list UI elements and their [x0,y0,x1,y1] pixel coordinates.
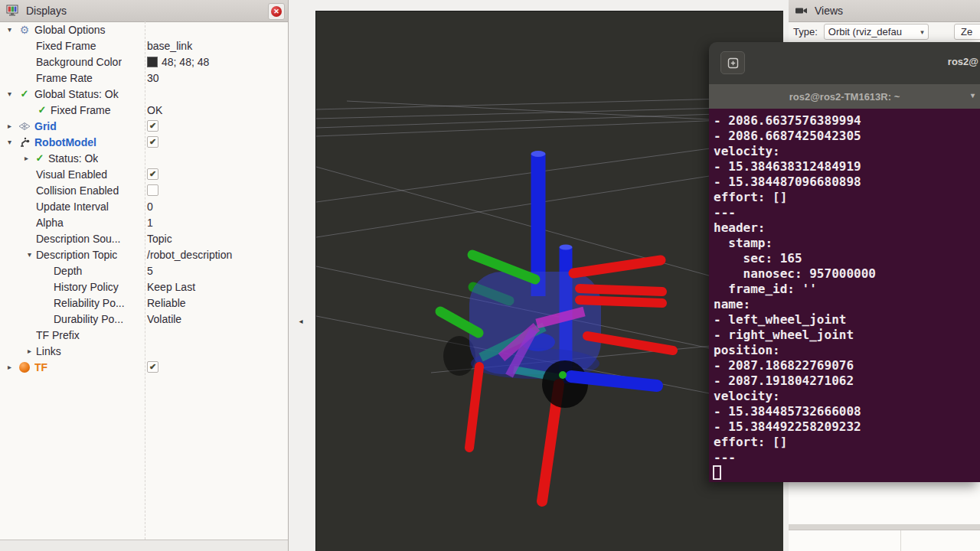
tree-row-depth[interactable]: Depth 5 [0,262,288,279]
expand-arrow-icon[interactable] [23,347,36,355]
row-value[interactable]: Topic [147,230,172,246]
row-label: Background Color [36,56,122,68]
row-label: Reliability Po... [54,297,125,309]
displays-tree: ⚙ Global Options Fixed Frame base_link B… [0,21,288,540]
views-title: Views [815,5,843,17]
row-label: TF [34,361,47,373]
tree-row-robot-status[interactable]: ✓ Status: Ok [0,150,288,166]
terminal-cursor [713,465,721,480]
collision-enabled-checkbox[interactable] [147,184,158,196]
terminal-body[interactable]: - 2086.6637576389994 - 2086.668742504230… [709,109,980,482]
tree-row-description-topic[interactable]: Description Topic /robot_description [0,246,288,262]
displays-title-bar[interactable]: Displays [0,0,288,22]
row-value[interactable]: 48; 48; 48 [147,54,209,70]
tf-warning-ball-icon [16,362,33,373]
rviz-window: Displays ⚙ Global Options Fixed Frame ba… [0,0,980,551]
tree-row-durability-policy[interactable]: Durability Po... Volatile [0,311,288,327]
tree-row-background-color[interactable]: Background Color 48; 48; 48 [0,54,288,70]
chevron-down-icon [920,28,924,36]
close-icon [271,6,282,17]
zero-button[interactable]: Ze [954,24,980,40]
displays-title: Displays [26,5,67,17]
row-label: Update Interval [36,201,109,213]
displays-panel-footer [0,540,288,551]
tree-row-tf[interactable]: TF [0,359,288,375]
view-type-dropdown[interactable]: Orbit (rviz_defau [824,24,929,40]
tree-row-alpha[interactable]: Alpha 1 [0,214,288,230]
terminal-output: - 2086.6637576389994 - 2086.668742504230… [714,113,980,465]
gear-icon: ⚙ [16,24,33,36]
tree-row-fixed-frame[interactable]: Fixed Frame base_link [0,37,288,54]
row-value[interactable]: 0 [147,198,153,214]
terminal-tab[interactable]: ros2@ros2-TM1613R: ~ [709,84,980,109]
row-value[interactable]: Reliable [147,295,186,311]
tree-row-frame-rate[interactable]: Frame Rate 30 [0,70,288,86]
displays-icon [5,4,21,18]
row-label: Alpha [36,217,64,229]
expand-arrow-icon[interactable] [3,90,16,98]
terminal-window[interactable]: ros2@ ros2@ros2-TM1613R: ~ - 2086.663757… [709,42,980,482]
row-value[interactable]: 30 [147,70,159,86]
row-label: Frame Rate [36,72,93,84]
tree-row-tf-prefix[interactable]: TF Prefix [0,327,288,343]
tf-checkbox[interactable] [147,361,158,373]
grid-icon [16,122,33,131]
row-label: Global Options [34,24,106,36]
visual-enabled-checkbox[interactable] [147,168,158,180]
video-camera-icon [793,4,810,18]
tree-row-reliability-policy[interactable]: Reliability Po... Reliable [0,295,288,311]
grid-checkbox[interactable] [147,120,158,132]
views-column-divider [900,530,901,551]
row-value[interactable]: Volatile [147,311,181,327]
row-label: Grid [34,120,57,132]
expand-arrow-icon[interactable] [3,122,16,130]
tree-row-fixed-frame-status[interactable]: ✓ Fixed Frame OK [0,102,288,118]
terminal-header-bar[interactable]: ros2@ [709,42,980,84]
view-type-value: Orbit (rviz_defau [828,26,920,37]
row-value[interactable]: 1 [147,214,153,230]
tree-row-collision-enabled[interactable]: Collision Enabled [0,182,288,198]
tree-row-links[interactable]: Links [0,343,288,359]
tree-row-description-source[interactable]: Description Sou... Topic [0,230,288,246]
expand-arrow-icon[interactable] [23,250,36,259]
row-label: Depth [54,265,82,277]
tree-row-global-options[interactable]: ⚙ Global Options [0,21,288,37]
splitter-collapse-icon[interactable] [296,314,306,328]
status-ok-check-icon: ✓ [16,88,33,99]
expand-arrow-icon[interactable] [20,154,33,162]
tree-row-global-status[interactable]: ✓ Global Status: Ok [0,86,288,102]
tree-row-grid[interactable]: Grid [0,118,288,134]
row-label: Description Topic [36,249,117,261]
row-value[interactable]: Keep Last [147,279,195,295]
tree-row-visual-enabled[interactable]: Visual Enabled [0,166,288,182]
row-label: Fixed Frame [36,40,96,52]
row-value[interactable]: 5 [147,262,153,279]
terminal-window-title: ros2@ [948,56,978,67]
robot-model-checkbox[interactable] [147,136,158,148]
row-label: Description Sou... [36,233,121,245]
row-label: History Policy [54,281,119,293]
expand-arrow-icon[interactable] [3,138,16,146]
tree-row-update-interval[interactable]: Update Interval 0 [0,198,288,214]
expand-arrow-icon[interactable] [3,363,16,371]
status-ok-check-icon: ✓ [35,104,49,116]
close-button[interactable] [268,3,285,20]
color-swatch [147,57,158,67]
row-label: Collision Enabled [36,184,119,197]
views-toolbar: Type: Orbit (rviz_defau Ze [789,21,980,42]
row-value[interactable]: base_link [147,37,192,54]
row-label: TF Prefix [36,329,80,341]
tab-chevron-down-icon[interactable] [971,91,975,99]
terminal-tab-title: ros2@ros2-TM1613R: ~ [789,91,900,103]
row-label: Visual Enabled [36,168,107,181]
tree-row-robot-model[interactable]: RobotModel [0,134,288,150]
views-title-bar[interactable]: Views [789,0,980,22]
new-tab-button[interactable] [720,51,745,74]
zero-button-label: Ze [961,26,972,37]
row-label: Links [36,345,61,357]
expand-arrow-icon[interactable] [3,25,16,34]
row-value[interactable]: /robot_description [147,246,232,262]
views-body-divider [789,524,980,530]
tree-row-history-policy[interactable]: History Policy Keep Last [0,279,288,295]
row-label: RobotModel [34,136,96,148]
